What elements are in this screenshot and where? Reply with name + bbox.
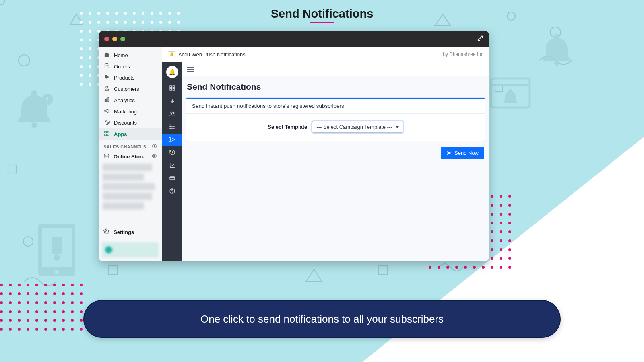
sidebar-item-marketing[interactable]: Marketing xyxy=(99,106,162,117)
app-logo[interactable]: 🔔 xyxy=(166,66,178,78)
svg-rect-33 xyxy=(107,131,109,133)
select-template-label: Select Template xyxy=(268,124,307,130)
embedded-app-header: 🔔 Accu Web Push Notifications by Dhanash… xyxy=(162,47,489,62)
svg-point-8 xyxy=(23,237,33,246)
sidebar-item-label: Apps xyxy=(114,131,127,137)
sidebar-item-analytics[interactable]: Analytics xyxy=(99,95,162,106)
traffic-light-zoom[interactable] xyxy=(120,37,125,41)
home-icon xyxy=(103,51,110,59)
app-title: Accu Web Push Notifications xyxy=(178,51,246,58)
sidebar-item-settings[interactable]: Settings xyxy=(99,224,162,240)
svg-point-29 xyxy=(105,120,106,122)
content-title: Send Notifications xyxy=(187,82,485,92)
store-icon xyxy=(103,153,109,160)
svg-point-3 xyxy=(0,0,5,5)
svg-rect-32 xyxy=(104,131,106,133)
expand-icon[interactable] xyxy=(477,35,483,43)
blurred-list xyxy=(99,162,162,211)
traffic-light-minimize[interactable] xyxy=(112,37,117,41)
caption-pill: One click to send notifications to all y… xyxy=(83,300,561,338)
svg-point-0 xyxy=(19,55,30,66)
sidebar-item-customers[interactable]: Customers xyxy=(99,83,162,95)
svg-rect-7 xyxy=(495,84,502,92)
app-window: Home Orders Products Customers xyxy=(99,31,489,261)
svg-rect-43 xyxy=(173,86,175,88)
sidebar-item-label: Discounts xyxy=(114,120,137,126)
svg-rect-15 xyxy=(38,224,75,276)
svg-rect-28 xyxy=(108,98,109,102)
history-icon[interactable] xyxy=(162,146,182,158)
percent-icon xyxy=(103,119,110,126)
svg-point-6 xyxy=(550,27,561,37)
eye-icon[interactable] xyxy=(151,153,157,160)
app-content: Send Notifications Send instant push not… xyxy=(182,62,489,261)
svg-marker-5 xyxy=(306,269,322,282)
caption-text: One click to send notifications to all y… xyxy=(200,313,444,325)
svg-point-40 xyxy=(153,155,155,157)
apps-icon xyxy=(103,130,110,138)
svg-rect-45 xyxy=(173,88,175,90)
sidebar-item-online-store[interactable]: Online Store xyxy=(99,151,162,162)
svg-point-12 xyxy=(31,122,37,128)
plus-icon[interactable] xyxy=(152,144,157,150)
send-icon[interactable] xyxy=(162,134,182,146)
shopify-nav: Home Orders Products Customers xyxy=(99,47,162,141)
app-byline: by Dhanashree Inc xyxy=(443,51,483,57)
sidebar-item-orders[interactable]: Orders xyxy=(99,61,162,72)
sidebar-item-label: Home xyxy=(114,52,128,58)
svg-rect-54 xyxy=(170,177,175,180)
svg-point-41 xyxy=(106,231,107,232)
sidebar-item-label: Orders xyxy=(114,64,130,70)
sidebar-item-apps[interactable]: Apps xyxy=(99,128,162,140)
svg-rect-26 xyxy=(105,100,105,102)
online-store-label: Online Store xyxy=(114,154,144,160)
sidebar-item-label: Products xyxy=(114,75,134,81)
svg-point-13 xyxy=(42,94,53,105)
users-icon[interactable] xyxy=(162,108,182,120)
hamburger-icon[interactable] xyxy=(187,67,194,72)
sidebar-item-discounts[interactable]: Discounts xyxy=(99,117,162,128)
svg-rect-35 xyxy=(107,134,109,136)
svg-text:1: 1 xyxy=(46,96,49,103)
svg-rect-9 xyxy=(378,265,387,274)
help-icon[interactable] xyxy=(162,185,182,197)
sidebar-item-label: Marketing xyxy=(114,109,137,115)
dashboard-icon[interactable] xyxy=(162,82,182,94)
send-card: Send instant push notifications to store… xyxy=(186,97,485,141)
tag-icon xyxy=(103,74,110,81)
settings-label: Settings xyxy=(114,229,134,235)
card-header: Send instant push notifications to store… xyxy=(186,98,485,113)
shopify-sidebar: Home Orders Products Customers xyxy=(99,47,162,261)
svg-rect-44 xyxy=(170,88,172,90)
sidebar-item-products[interactable]: Products xyxy=(99,72,162,83)
svg-point-24 xyxy=(105,76,106,76)
svg-point-19 xyxy=(55,255,59,259)
svg-point-17 xyxy=(55,270,59,274)
svg-rect-31 xyxy=(106,121,110,125)
svg-point-57 xyxy=(172,192,172,193)
app-badge-icon: 🔔 xyxy=(168,51,175,57)
store-chip[interactable] xyxy=(102,242,159,257)
svg-point-47 xyxy=(173,112,174,113)
orders-icon xyxy=(103,63,110,70)
card-icon[interactable] xyxy=(162,172,182,184)
wrench-icon[interactable] xyxy=(162,95,182,107)
send-now-button[interactable]: Send Now xyxy=(441,147,484,159)
svg-rect-18 xyxy=(53,238,61,253)
chart-icon[interactable] xyxy=(162,159,182,171)
sidebar-item-label: Customers xyxy=(114,86,139,92)
traffic-light-close[interactable] xyxy=(104,37,109,41)
gear-icon xyxy=(103,228,109,236)
svg-point-46 xyxy=(171,112,172,113)
svg-rect-42 xyxy=(170,86,172,88)
svg-rect-4 xyxy=(109,265,118,274)
sales-channels-label: SALES CHANNELS xyxy=(103,144,146,149)
list-icon[interactable] xyxy=(162,121,182,133)
svg-point-52 xyxy=(169,126,170,127)
svg-rect-1 xyxy=(8,165,16,173)
svg-point-53 xyxy=(169,128,170,129)
sidebar-item-label: Analytics xyxy=(114,97,135,103)
campaign-template-select[interactable]: --- Select Campaign Template --- xyxy=(312,121,403,133)
svg-rect-16 xyxy=(42,228,72,267)
sidebar-item-home[interactable]: Home xyxy=(99,49,162,61)
